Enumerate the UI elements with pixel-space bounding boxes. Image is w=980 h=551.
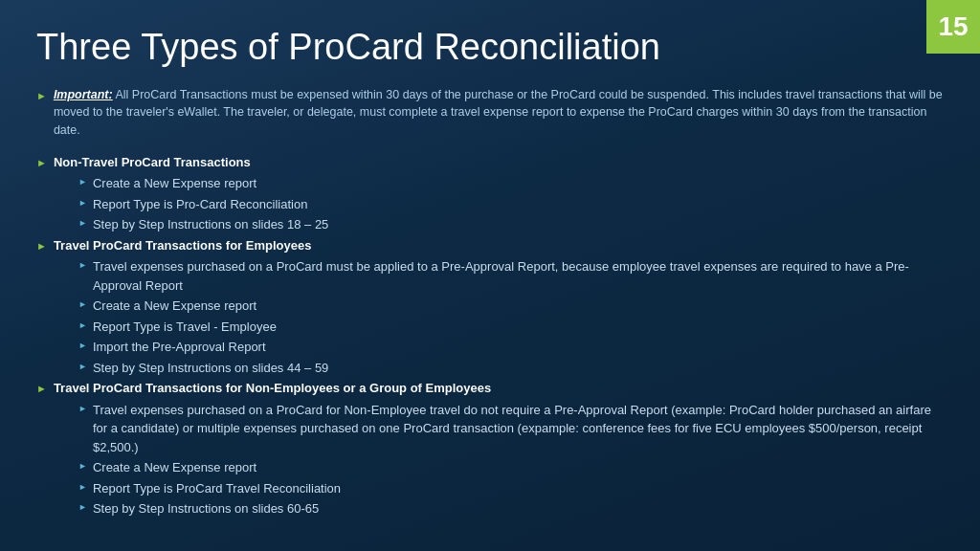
sub-arrow-icon: ► (78, 460, 87, 474)
section-1-bullet-3-text: Step by Step Instructions on slides 18 –… (93, 215, 328, 234)
section-1-arrow-icon: ► (36, 155, 47, 171)
important-body: All ProCard Transactions must be expense… (54, 88, 943, 138)
sub-arrow-icon: ► (78, 340, 87, 353)
section-2-arrow-icon: ► (36, 238, 47, 254)
bullet-arrow-icon: ► (36, 88, 47, 104)
section-3-bullet-1: ► Create a New Expense report (78, 458, 944, 477)
section-2-content: ► Travel expenses purchased on a ProCard… (57, 257, 944, 377)
slide-content: ► Important: All ProCard Transactions mu… (36, 86, 944, 518)
section-2-header-item: ► Travel ProCard Transactions for Employ… (36, 236, 944, 255)
section-2-bullet-4: ► Step by Step Instructions on slides 44… (78, 359, 944, 378)
section-3-intro-item: ► Travel expenses purchased on a ProCard… (78, 401, 944, 457)
section-3-content: ► Travel expenses purchased on a ProCard… (57, 401, 944, 518)
section-1-bullet-3: ► Step by Step Instructions on slides 18… (78, 215, 944, 234)
section-1-bullet-1: ► Create a New Expense report (78, 174, 944, 193)
section-3-bullet-2-text: Report Type is ProCard Travel Reconcilia… (93, 479, 341, 498)
section-3-arrow-icon: ► (36, 381, 47, 397)
important-paragraph: Important: All ProCard Transactions must… (54, 86, 944, 140)
section-2-bullet-3-text: Import the Pre-Approval Report (93, 338, 266, 357)
sub-arrow-icon: ► (78, 217, 87, 231)
sub-arrow-icon: ► (78, 481, 87, 495)
section-2-intro-item: ► Travel expenses purchased on a ProCard… (78, 257, 944, 295)
section-1-header: Non-Travel ProCard Transactions (54, 153, 251, 172)
important-label: Important: (54, 88, 113, 101)
section-2-bullet-1-text: Create a New Expense report (93, 297, 256, 316)
section-2-bullet-3: ► Import the Pre-Approval Report (78, 338, 944, 357)
sub-arrow-icon: ► (78, 320, 87, 333)
slide-title: Three Types of ProCard Reconciliation (36, 27, 944, 69)
sub-arrow-icon: ► (78, 361, 87, 374)
sub-arrow-icon: ► (78, 259, 87, 273)
sub-arrow-icon: ► (78, 403, 87, 416)
section-3-bullet-1-text: Create a New Expense report (93, 458, 256, 477)
section-3-header-item: ► Travel ProCard Transactions for Non-Em… (36, 379, 944, 398)
sub-arrow-icon: ► (78, 298, 87, 312)
slide-number: 15 (926, 0, 980, 54)
sub-arrow-icon: ► (78, 197, 87, 210)
section-1-header-item: ► Non-Travel ProCard Transactions (36, 153, 944, 172)
sub-arrow-icon: ► (78, 501, 87, 515)
section-2-bullet-1: ► Create a New Expense report (78, 297, 944, 316)
section-2-intro-text: Travel expenses purchased on a ProCard m… (93, 257, 944, 295)
section-2-header: Travel ProCard Transactions for Employee… (54, 236, 312, 255)
important-block: ► Important: All ProCard Transactions mu… (36, 86, 944, 145)
section-3-bullet-3: ► Step by Step Instructions on slides 60… (78, 499, 944, 518)
slide: 15 Three Types of ProCard Reconciliation… (0, 0, 980, 551)
section-2-bullet-2-text: Report Type is Travel - Employee (93, 318, 277, 337)
sub-arrow-icon: ► (78, 176, 87, 189)
section-1-bullet-2: ► Report Type is Pro-Card Reconciliation (78, 195, 944, 214)
section-3-header: Travel ProCard Transactions for Non-Empl… (54, 379, 491, 398)
section-2-bullet-4-text: Step by Step Instructions on slides 44 –… (93, 359, 328, 378)
section-3-bullet-2: ► Report Type is ProCard Travel Reconcil… (78, 479, 944, 498)
section-2-bullet-2: ► Report Type is Travel - Employee (78, 318, 944, 337)
section-3-bullet-3-text: Step by Step Instructions on slides 60-6… (93, 499, 319, 518)
section-1-bullet-1-text: Create a New Expense report (93, 174, 256, 193)
section-1-bullet-2-text: Report Type is Pro-Card Reconciliation (93, 195, 307, 214)
section-3-intro-text: Travel expenses purchased on a ProCard f… (93, 401, 944, 457)
section-1-bullets: ► Create a New Expense report ► Report T… (57, 174, 944, 234)
